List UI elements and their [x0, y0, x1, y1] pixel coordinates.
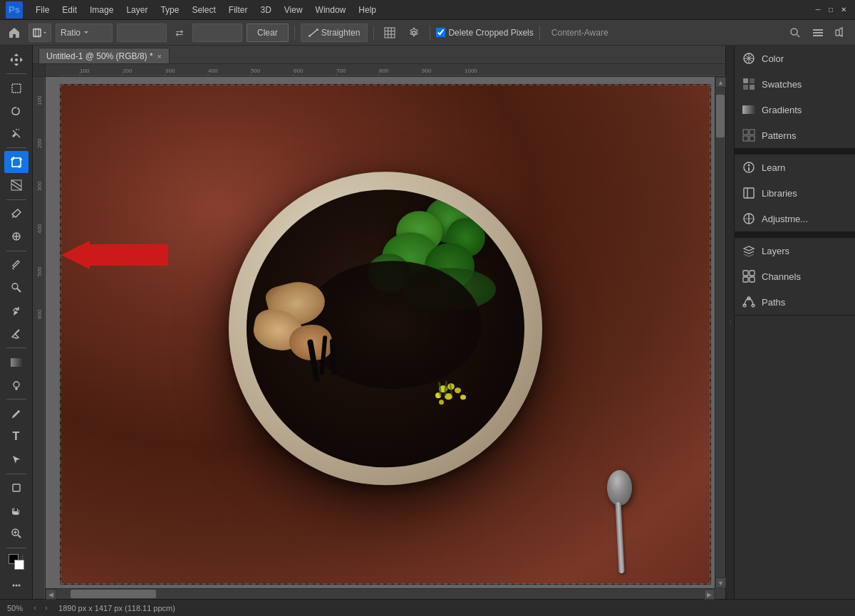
patterns-label: Patterns: [762, 130, 796, 141]
svg-text:300: 300: [36, 181, 43, 191]
tool-separator-5: [6, 348, 26, 348]
gradient-button[interactable]: [4, 351, 28, 373]
clone-stamp-button[interactable]: [4, 277, 28, 299]
svg-text:700: 700: [336, 68, 346, 74]
channels-panel-item[interactable]: Channels: [735, 263, 855, 289]
vertical-scrollbar[interactable]: ▲ ▼: [715, 77, 725, 588]
eraser-button[interactable]: [4, 323, 28, 345]
menu-edit[interactable]: Edit: [56, 4, 83, 16]
clear-button[interactable]: Clear: [247, 24, 289, 42]
document-tab[interactable]: Untitled-1 @ 50% (RGB/8) * ×: [38, 48, 170, 63]
maximize-button[interactable]: □: [825, 4, 836, 16]
layers-panel-item[interactable]: Layers: [735, 238, 855, 263]
straighten-button[interactable]: Straighten: [301, 24, 368, 42]
menu-layer[interactable]: Layer: [120, 4, 153, 16]
history-brush-button[interactable]: [4, 300, 28, 322]
move-tool-button[interactable]: [4, 48, 28, 71]
scroll-up-button[interactable]: ▲: [715, 77, 726, 88]
menu-window[interactable]: Window: [310, 4, 352, 16]
grid-overlay-button[interactable]: [380, 23, 400, 43]
magic-wand-button[interactable]: [4, 122, 28, 145]
home-button[interactable]: [4, 23, 24, 43]
color-panel-item[interactable]: Color: [735, 46, 855, 71]
arrow-head: [61, 241, 90, 269]
zoom-button[interactable]: [4, 523, 28, 545]
nav-prev-button[interactable]: ‹: [30, 603, 40, 613]
svg-point-30: [14, 382, 19, 387]
menu-3d[interactable]: 3D: [254, 4, 276, 16]
scroll-down-button[interactable]: ▼: [715, 578, 726, 588]
text-button[interactable]: T: [4, 425, 28, 447]
channels-icon: [742, 269, 756, 283]
eyedropper-button[interactable]: [4, 203, 28, 225]
svg-text:400: 400: [208, 68, 218, 74]
ratio-select[interactable]: Ratio: [56, 24, 113, 42]
separator-2: [373, 26, 374, 40]
path-select-button[interactable]: [4, 449, 28, 471]
adjustments-panel-item[interactable]: Adjustme...: [735, 206, 855, 231]
gradients-label: Gradients: [762, 105, 802, 115]
patterns-panel-item[interactable]: Patterns: [735, 122, 855, 148]
crop-mode-button[interactable]: [28, 24, 51, 42]
menu-help[interactable]: Help: [353, 4, 382, 16]
menu-image[interactable]: Image: [84, 4, 119, 16]
menu-type[interactable]: Type: [155, 4, 185, 16]
arrow-body: [90, 244, 168, 266]
share-button[interactable]: [831, 23, 851, 43]
minimize-button[interactable]: ─: [812, 4, 824, 16]
h-scroll-thumb[interactable]: [71, 590, 156, 598]
close-button[interactable]: ✕: [838, 4, 849, 16]
menu-select[interactable]: Select: [186, 4, 221, 16]
shape-button[interactable]: [4, 477, 28, 499]
more-tools-button[interactable]: [4, 574, 28, 596]
scroll-track[interactable]: [715, 88, 725, 578]
foreground-background-colors[interactable]: ↕: [4, 551, 28, 573]
delete-cropped-checkbox[interactable]: [436, 28, 445, 37]
svg-rect-0: [33, 29, 41, 36]
search-button[interactable]: [785, 23, 805, 43]
paths-panel-item[interactable]: Paths: [735, 289, 855, 315]
menu-view[interactable]: View: [279, 4, 309, 16]
gradients-icon: [742, 103, 756, 117]
horizontal-scrollbar[interactable]: ◀ ▶: [46, 588, 715, 599]
options-bar: Ratio ⇄ Clear Straighten Delete Cropped …: [0, 20, 855, 46]
select-rect-button[interactable]: [4, 77, 28, 99]
scroll-left-button[interactable]: ◀: [46, 589, 56, 600]
spoon: [607, 470, 632, 570]
libraries-panel-item[interactable]: Libraries: [735, 180, 855, 206]
hand-button[interactable]: [4, 500, 28, 522]
status-nav[interactable]: ‹ ›: [30, 603, 51, 613]
photo-canvas[interactable]: [60, 84, 711, 585]
brush-button[interactable]: [4, 254, 28, 276]
learn-panel-item[interactable]: Learn: [735, 155, 855, 180]
channels-label: Channels: [762, 271, 801, 282]
panel-divider-2: [735, 232, 855, 238]
swatches-panel-item[interactable]: Swatches: [735, 71, 855, 97]
canvas-background[interactable]: ▲ ▼ ◀ ▶: [46, 77, 725, 599]
pen-button[interactable]: [4, 402, 28, 424]
swap-dimensions-button[interactable]: ⇄: [171, 24, 188, 41]
healing-brush-button[interactable]: [4, 226, 28, 248]
dodge-button[interactable]: [4, 374, 28, 396]
delete-cropped-option[interactable]: Delete Cropped Pixels: [436, 28, 533, 38]
lasso-button[interactable]: [4, 100, 28, 122]
panel-toggle-button[interactable]: [808, 23, 828, 43]
height-input[interactable]: [192, 24, 242, 42]
gradients-panel-item[interactable]: Gradients: [735, 97, 855, 122]
layers-label: Layers: [762, 246, 789, 256]
scroll-thumb[interactable]: [716, 95, 725, 137]
settings-button[interactable]: [404, 23, 424, 43]
menu-file[interactable]: File: [30, 4, 55, 16]
crop-tool-button[interactable]: [4, 151, 28, 173]
scroll-right-button[interactable]: ▶: [704, 589, 715, 600]
svg-text:200: 200: [123, 68, 133, 74]
collapse-handle[interactable]: ⋮: [725, 46, 734, 599]
h-scroll-track[interactable]: [56, 589, 704, 599]
menu-filter[interactable]: Filter: [223, 4, 254, 16]
nav-next-button[interactable]: ›: [41, 603, 51, 613]
svg-rect-71: [743, 78, 748, 83]
width-input[interactable]: [117, 24, 167, 42]
tab-close[interactable]: ×: [157, 52, 162, 61]
svg-point-33: [12, 416, 14, 417]
slice-button[interactable]: [4, 174, 28, 196]
